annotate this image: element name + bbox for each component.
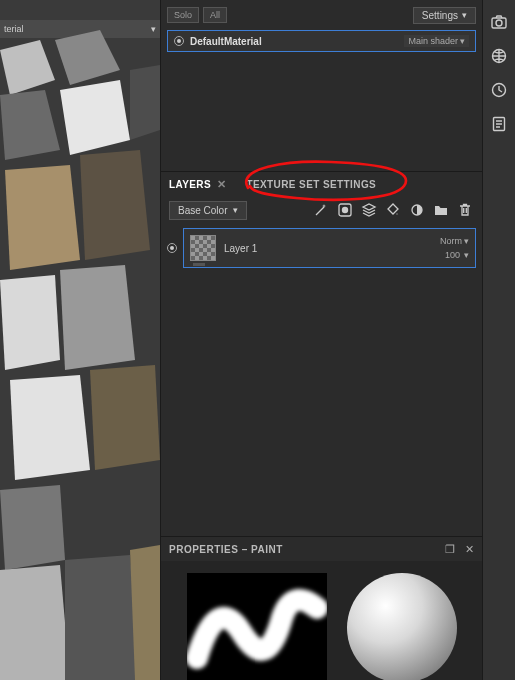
popout-icon[interactable]: ❐ <box>445 543 455 556</box>
material-sphere-preview[interactable] <box>347 573 457 680</box>
material-name: DefaultMaterial <box>190 36 398 47</box>
add-fill-icon[interactable] <box>384 201 402 219</box>
tab-layers[interactable]: LAYERS ✕ <box>169 178 226 191</box>
channel-dropdown[interactable]: Base Color ▾ <box>169 201 247 220</box>
tab-layers-label: LAYERS <box>169 179 211 190</box>
svg-marker-9 <box>10 375 90 480</box>
svg-marker-5 <box>5 165 80 270</box>
svg-marker-12 <box>0 565 70 680</box>
svg-marker-11 <box>0 485 65 570</box>
all-button[interactable]: All <box>203 7 227 23</box>
brush-stroke-preview[interactable] <box>187 573 327 680</box>
tab-texture-set-label: TEXTURE SET SETTINGS <box>246 179 376 190</box>
svg-marker-13 <box>65 555 140 680</box>
smart-material-icon[interactable] <box>408 201 426 219</box>
svg-marker-1 <box>55 30 120 85</box>
trash-icon[interactable] <box>456 201 474 219</box>
svg-point-19 <box>496 20 502 26</box>
svg-marker-8 <box>60 265 135 370</box>
svg-marker-7 <box>0 275 60 370</box>
close-icon[interactable]: ✕ <box>465 543 474 556</box>
chevron-down-icon: ▾ <box>462 10 467 20</box>
notes-icon[interactable] <box>487 112 511 136</box>
layer-name[interactable]: Layer 1 <box>224 243 432 254</box>
svg-marker-14 <box>130 545 160 680</box>
right-toolstrip <box>482 0 515 680</box>
material-visibility-radio[interactable] <box>174 36 184 46</box>
settings-label: Settings <box>422 10 458 21</box>
svg-point-16 <box>342 207 348 213</box>
folder-icon[interactable] <box>432 201 450 219</box>
layers-panel: LAYERS ✕ TEXTURE SET SETTINGS Base Color… <box>161 172 482 537</box>
add-layer-icon[interactable] <box>360 201 378 219</box>
wand-icon[interactable] <box>312 201 330 219</box>
svg-marker-3 <box>60 80 130 155</box>
viewport-mesh <box>0 0 160 680</box>
properties-panel: PROPERTIES – PAINT ❐ ✕ <box>161 537 482 680</box>
material-item[interactable]: DefaultMaterial Main shader ▾ <box>167 30 476 52</box>
chevron-down-icon: ▾ <box>464 250 469 260</box>
channel-label: Base Color <box>178 205 227 216</box>
svg-marker-0 <box>0 40 55 95</box>
solo-button[interactable]: Solo <box>167 7 199 23</box>
history-icon[interactable] <box>487 78 511 102</box>
material-shader-dropdown[interactable]: Main shader ▾ <box>404 35 469 47</box>
mask-icon[interactable] <box>336 201 354 219</box>
texture-set-list-panel: Solo All Settings ▾ DefaultMaterial Main… <box>161 0 482 172</box>
settings-dropdown[interactable]: Settings ▾ <box>413 7 476 24</box>
tab-texture-set-settings[interactable]: TEXTURE SET SETTINGS <box>246 179 376 190</box>
properties-title: PROPERTIES – PAINT <box>169 544 283 555</box>
layer-thumbnail[interactable] <box>190 235 216 261</box>
layer-blend-dropdown[interactable]: Norm ▾ <box>440 236 469 246</box>
viewport-3d[interactable]: terial ▾ <box>0 0 160 680</box>
close-icon[interactable]: ✕ <box>217 178 226 191</box>
svg-marker-10 <box>90 365 160 470</box>
chevron-down-icon: ▾ <box>464 236 469 246</box>
svg-marker-4 <box>130 65 160 140</box>
layer-row[interactable]: Layer 1 Norm ▾ 100 ▾ <box>183 228 476 268</box>
svg-marker-2 <box>0 90 60 160</box>
globe-icon[interactable] <box>487 44 511 68</box>
camera-icon[interactable] <box>487 10 511 34</box>
chevron-down-icon: ▾ <box>233 205 238 215</box>
layer-visibility-radio[interactable] <box>167 243 177 253</box>
layer-opacity-dropdown[interactable]: 100 ▾ <box>445 250 469 260</box>
chevron-down-icon: ▾ <box>460 36 465 46</box>
svg-marker-6 <box>80 150 150 260</box>
